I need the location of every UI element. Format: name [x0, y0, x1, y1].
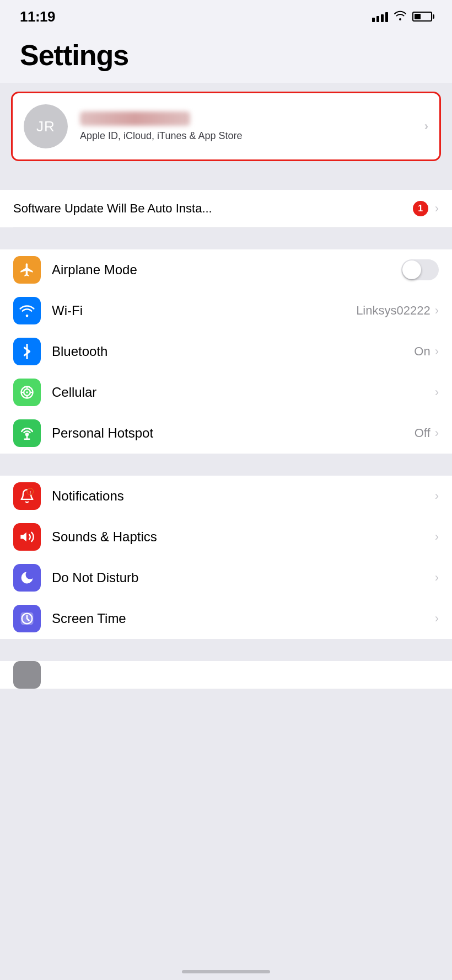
notifications-row[interactable]: ! Notifications ›: [0, 476, 452, 516]
sounds-row[interactable]: Sounds & Haptics ›: [0, 516, 452, 557]
bottom-partial-row: [0, 661, 452, 689]
update-row[interactable]: Software Update Will Be Auto Insta... 1 …: [0, 190, 452, 227]
profile-chevron: ›: [424, 119, 428, 134]
status-icons: [372, 10, 432, 23]
home-indicator: [182, 970, 270, 973]
sounds-chevron: ›: [435, 530, 439, 544]
cellular-label: Cellular: [52, 385, 435, 400]
hotspot-icon: [13, 419, 41, 447]
signal-icon: [372, 11, 388, 22]
wifi-status-icon: [394, 10, 407, 23]
donotdisturb-row[interactable]: Do Not Disturb ›: [0, 557, 452, 598]
bluetooth-value: On: [414, 344, 430, 359]
screentime-icon: [13, 605, 41, 632]
wifi-row[interactable]: Wi-Fi Linksys02222 ›: [0, 290, 452, 331]
cellular-icon: [13, 379, 41, 406]
donotdisturb-label: Do Not Disturb: [52, 570, 435, 585]
cellular-row[interactable]: Cellular ›: [0, 372, 452, 413]
airplane-mode-toggle[interactable]: [401, 259, 439, 280]
screentime-chevron: ›: [435, 611, 439, 626]
hotspot-chevron: ›: [435, 426, 439, 440]
bluetooth-chevron: ›: [435, 344, 439, 359]
notifications-chevron: ›: [435, 489, 439, 503]
donotdisturb-chevron: ›: [435, 571, 439, 585]
hotspot-row[interactable]: Personal Hotspot Off ›: [0, 413, 452, 454]
gap-4: [0, 639, 452, 661]
avatar-initials: JR: [36, 118, 55, 135]
svg-text:!: !: [29, 491, 31, 496]
bluetooth-label: Bluetooth: [52, 344, 414, 359]
screentime-label: Screen Time: [52, 611, 435, 626]
airplane-icon: [13, 256, 41, 284]
wifi-settings-icon: [13, 297, 41, 324]
status-time: 11:19: [20, 8, 55, 25]
hotspot-value: Off: [415, 426, 431, 440]
sounds-label: Sounds & Haptics: [52, 529, 435, 545]
notifications-icon: !: [13, 482, 41, 510]
donotdisturb-icon: [13, 564, 41, 592]
update-label: Software Update Will Be Auto Insta...: [13, 201, 413, 216]
svg-marker-13: [20, 532, 26, 541]
status-bar: 11:19: [0, 0, 452, 33]
screentime-row[interactable]: Screen Time ›: [0, 598, 452, 639]
bluetooth-row[interactable]: Bluetooth On ›: [0, 331, 452, 372]
page-title: Settings: [20, 39, 432, 72]
wifi-chevron: ›: [435, 303, 439, 318]
hotspot-label: Personal Hotspot: [52, 425, 415, 441]
sounds-icon: [13, 523, 41, 551]
update-badge: 1: [413, 201, 428, 216]
gap-3: [0, 454, 452, 476]
page-title-area: Settings: [0, 33, 452, 83]
wifi-label: Wi-Fi: [52, 303, 356, 318]
network-settings-group: Airplane Mode Wi-Fi Linksys02222 › Bluet…: [0, 249, 452, 454]
airplane-mode-label: Airplane Mode: [52, 262, 401, 278]
system-settings-group: ! Notifications › Sounds & Haptics › Do …: [0, 476, 452, 639]
profile-cell[interactable]: JR Apple ID, iCloud, iTunes & App Store …: [11, 92, 441, 161]
profile-subtitle: Apple ID, iCloud, iTunes & App Store: [80, 130, 243, 141]
profile-info: Apple ID, iCloud, iTunes & App Store: [80, 111, 424, 142]
svg-point-3: [26, 391, 28, 393]
update-banner: Software Update Will Be Auto Insta... 1 …: [0, 190, 452, 227]
wifi-value: Linksys02222: [356, 303, 431, 318]
cellular-chevron: ›: [435, 385, 439, 400]
partial-icon: [13, 661, 41, 689]
gap-2: [0, 227, 452, 249]
update-chevron: ›: [435, 201, 439, 216]
profile-name-blurred: [80, 111, 190, 126]
battery-status-icon: [412, 12, 432, 22]
bluetooth-icon: [13, 338, 41, 365]
avatar: JR: [24, 104, 68, 148]
airplane-mode-row[interactable]: Airplane Mode: [0, 249, 452, 290]
notifications-label: Notifications: [52, 488, 435, 504]
gap-1: [0, 170, 452, 181]
